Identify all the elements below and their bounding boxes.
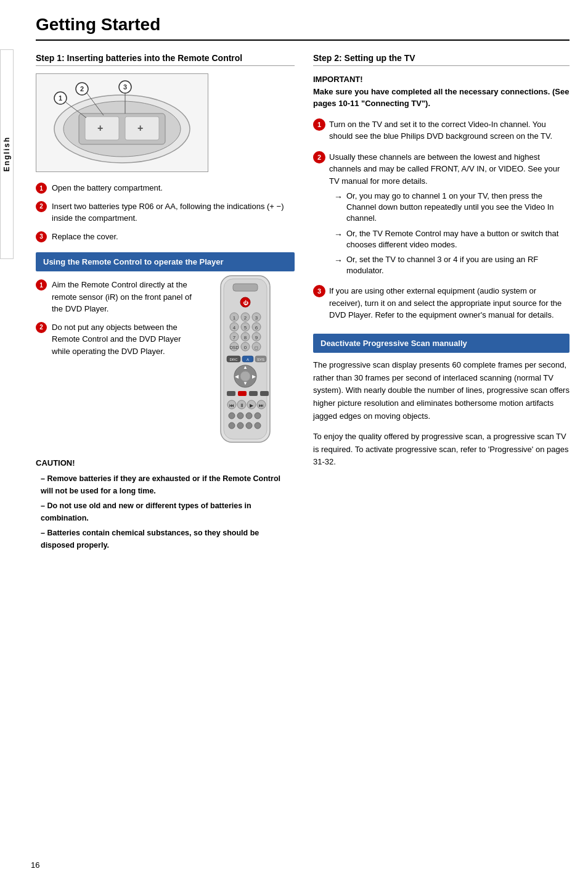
deactivate-para2: To enjoy the quality offered by progress…: [313, 431, 570, 469]
svg-text:⏻: ⏻: [243, 300, 248, 306]
svg-text:DRC: DRC: [230, 358, 239, 361]
step2-item-2: 2 Usually these channels are between the…: [313, 151, 570, 277]
important-title: IMPORTANT!: [313, 73, 570, 86]
caution-item-3: – Batteries contain chemical substances,…: [41, 527, 295, 551]
svg-text:◻: ◻: [255, 345, 258, 350]
svg-text:▶: ▶: [252, 374, 256, 379]
remote-steps-text: 1 Aim the Remote Control directly at the…: [36, 279, 196, 447]
svg-text:◀: ◀: [235, 374, 239, 379]
step-num-1: 1: [36, 183, 47, 194]
remote-step-1-text: Aim the Remote Control directly at the r…: [52, 279, 196, 315]
svg-rect-57: [227, 391, 235, 396]
svg-point-71: [246, 413, 252, 419]
arrow-text-2: Or, the TV Remote Control may have a but…: [346, 228, 570, 250]
svg-text:+: +: [97, 123, 103, 133]
using-remote-box: Using the Remote Control to operate the …: [36, 252, 295, 271]
battery-step-1: 1 Open the battery compartment.: [36, 182, 295, 194]
step2-item2-header: 2 Usually these channels are between the…: [313, 151, 570, 188]
arrow-icon-3: →: [334, 254, 343, 267]
svg-rect-18: [233, 284, 258, 291]
caution-title: CAUTION!: [36, 457, 295, 470]
remote-step-num-2: 2: [36, 322, 47, 333]
left-column: Step 1: Inserting batteries into the Rem…: [36, 53, 295, 551]
step2-item2-body: → Or, you may go to channel 1 on your TV…: [313, 191, 570, 276]
english-tab: English: [0, 49, 14, 259]
step1-header: Step 1: Inserting batteries into the Rem…: [36, 53, 295, 66]
svg-rect-60: [260, 391, 269, 396]
svg-point-75: [246, 422, 252, 429]
english-label: English: [2, 136, 11, 171]
step2-item1-header: 1 Turn on the TV and set it to the corre…: [313, 118, 570, 142]
important-text: Make sure you have completed all the nec…: [313, 86, 570, 110]
svg-text:4: 4: [233, 325, 236, 331]
svg-point-73: [229, 422, 235, 429]
arrow-bullet-3: → Or, set the TV to channel 3 or 4 if yo…: [329, 254, 570, 276]
battery-step-2-text: Insert two batteries type R06 or AA, fol…: [52, 200, 295, 225]
remote-step-2-text: Do not put any objects between the Remot…: [52, 321, 196, 358]
arrow-bullet-2: → Or, the TV Remote Control may have a b…: [329, 228, 570, 250]
svg-point-74: [237, 422, 243, 429]
arrow-text-3: Or, set the TV to channel 3 or 4 if you …: [346, 254, 570, 276]
svg-text:⏮: ⏮: [229, 403, 234, 408]
svg-text:▼: ▼: [243, 381, 248, 386]
main-content: Getting Started Step 1: Inserting batter…: [17, 0, 588, 570]
svg-text:0: 0: [244, 345, 247, 350]
battery-step-2: 2 Insert two batteries type R06 or AA, f…: [36, 200, 295, 225]
battery-diagram: + + 1 2 3: [36, 73, 208, 172]
remote-step-num-1: 1: [36, 279, 47, 291]
svg-text:A: A: [247, 358, 249, 361]
svg-text:OSD: OSD: [229, 345, 239, 350]
battery-step-3-text: Replace the cover.: [52, 231, 295, 243]
step2-item2-text: Usually these channels are between the l…: [329, 151, 570, 188]
step-num-2: 2: [36, 201, 47, 212]
step2-header: Step 2: Setting up the TV: [313, 53, 570, 66]
two-column-layout: Step 1: Inserting batteries into the Rem…: [36, 53, 570, 551]
step2-num-2: 2: [313, 151, 325, 163]
remote-step-1: 1 Aim the Remote Control directly at the…: [36, 279, 196, 315]
svg-text:2: 2: [244, 315, 247, 321]
remote-step-2: 2 Do not put any objects between the Rem…: [36, 321, 196, 358]
svg-text:2: 2: [80, 85, 84, 93]
step2-item1-text: Turn on the TV and set it to the correct…: [329, 118, 570, 142]
svg-point-52: [240, 371, 250, 381]
remote-section: 1 Aim the Remote Control directly at the…: [36, 279, 295, 447]
arrow-text-1: Or, you may go to channel 1 on your TV, …: [346, 191, 570, 225]
svg-point-72: [255, 413, 261, 419]
svg-text:8: 8: [244, 335, 247, 340]
svg-text:9: 9: [255, 335, 258, 340]
right-column: Step 2: Setting up the TV IMPORTANT! Mak…: [313, 53, 570, 551]
svg-rect-59: [249, 391, 258, 396]
remote-svg: ⏻ 1 2 3 4 5: [208, 273, 282, 445]
svg-text:+: +: [137, 123, 143, 133]
step2-item3-text: If you are using other external equipmen…: [329, 285, 570, 321]
step2-item3-header: 3 If you are using other external equipm…: [313, 285, 570, 321]
caution-box: CAUTION! – Remove batteries if they are …: [36, 457, 295, 551]
svg-text:⏸: ⏸: [239, 403, 244, 408]
battery-step-1-text: Open the battery compartment.: [52, 182, 295, 194]
deactivate-box: Deactivate Progressive Scan manually: [313, 334, 570, 353]
step2-num-1: 1: [313, 118, 325, 131]
deactivate-title: Deactivate Progressive Scan manually: [321, 339, 562, 348]
step2-item-1: 1 Turn on the TV and set it to the corre…: [313, 118, 570, 142]
svg-text:7: 7: [233, 335, 236, 340]
svg-text:▲: ▲: [243, 365, 248, 370]
svg-rect-58: [238, 391, 247, 396]
battery-step-3: 3 Replace the cover.: [36, 231, 295, 243]
svg-text:1: 1: [59, 94, 62, 102]
arrow-icon-2: →: [334, 228, 343, 241]
step2-item-3: 3 If you are using other external equipm…: [313, 285, 570, 321]
step2-num-3: 3: [313, 285, 325, 297]
using-remote-title: Using the Remote Control to operate the …: [43, 257, 287, 266]
svg-point-76: [255, 422, 261, 429]
caution-item-2: – Do not use old and new or different ty…: [41, 500, 295, 524]
svg-text:3: 3: [123, 83, 127, 91]
step-num-3: 3: [36, 231, 47, 242]
svg-text:3: 3: [255, 315, 258, 321]
remote-illustration: ⏻ 1 2 3 4 5: [208, 273, 295, 447]
svg-point-69: [229, 413, 235, 419]
svg-text:SYS: SYS: [257, 358, 264, 361]
svg-text:⏭: ⏭: [259, 403, 264, 408]
svg-text:6: 6: [255, 325, 258, 331]
page-title: Getting Started: [36, 15, 570, 41]
battery-svg: + + 1 2 3: [42, 80, 202, 166]
